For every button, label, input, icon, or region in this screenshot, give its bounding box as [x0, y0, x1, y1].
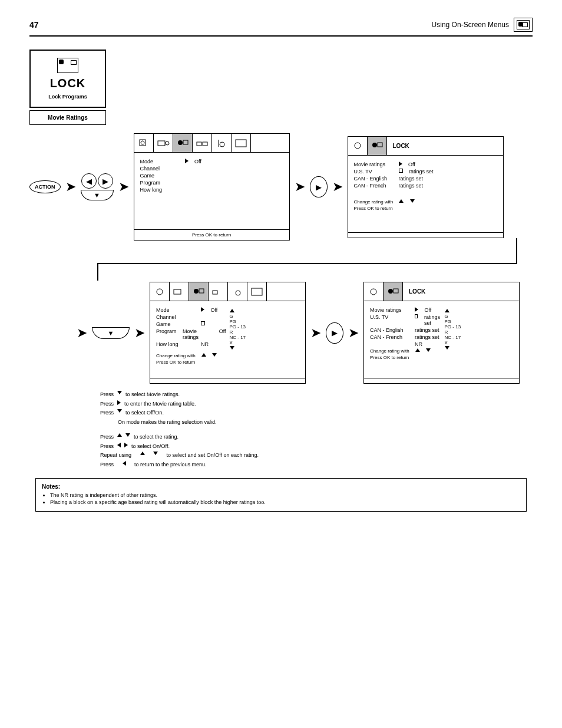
nav-left-button[interactable]: ◀	[81, 173, 97, 189]
screen-tabs	[150, 282, 305, 301]
connector-line	[516, 238, 517, 264]
tab-setup-icon	[364, 282, 384, 301]
rating-pg13: PG - 13	[445, 324, 513, 330]
left-icon	[117, 443, 121, 447]
nav-buttons-group: ◀ ▶ ▼	[81, 173, 114, 200]
svg-rect-2	[158, 141, 165, 146]
footer-return: Press OK to return	[156, 360, 195, 365]
tab-audio-icon	[228, 282, 247, 301]
up-icon	[201, 353, 206, 357]
screen-footer	[150, 378, 305, 383]
row-can-en: CAN - English	[370, 327, 412, 333]
section-badge	[514, 18, 533, 32]
row-mode: Mode	[156, 307, 199, 313]
row-ustv: U.S. TV	[370, 314, 412, 320]
screen-tabs: LOCK	[348, 137, 503, 156]
row-can-en-value: ratings set	[399, 176, 424, 182]
tab-audio-icon	[212, 134, 232, 152]
row-nr-value: NR	[201, 341, 209, 347]
row-program: Program	[156, 328, 177, 334]
svg-point-1	[141, 141, 144, 144]
instr-note1: On mode makes the rating selection valid…	[118, 419, 217, 427]
instr-4: to select the rating.	[134, 433, 178, 442]
flow-arrow-icon: ➤	[310, 327, 321, 340]
screen-tabs	[134, 134, 289, 153]
row-howlong: How long	[140, 187, 183, 193]
down-icon	[445, 346, 449, 350]
nav-right-button[interactable]: ▶	[326, 322, 343, 344]
svg-point-3	[166, 141, 169, 145]
svg-point-14	[157, 289, 163, 295]
down-icon	[410, 199, 415, 203]
note-item-1: The NR rating is independent of other ra…	[50, 492, 520, 498]
rating-nc17: NC - 17	[230, 335, 300, 340]
up-icon	[415, 348, 420, 352]
rating-x: X	[445, 340, 513, 345]
tab-timer-icon	[193, 134, 212, 152]
up-icon	[117, 433, 122, 437]
svg-rect-23	[394, 289, 398, 293]
instr-6a: Repeat using	[100, 452, 131, 460]
flow-arrow-icon: ➤	[65, 180, 76, 193]
screen-title: LOCK	[387, 137, 503, 155]
footer-change: Change rating with	[354, 199, 394, 205]
up-icon	[140, 452, 145, 455]
checkbox-icon	[201, 321, 205, 325]
header-bar: 47 Using On-Screen Menus	[29, 18, 533, 37]
row-movie-value: Off	[425, 307, 432, 313]
footer-return: Press OK to return	[354, 206, 393, 211]
nav-down-button[interactable]: ▼	[92, 327, 130, 339]
instr-3: to select Off/On.	[125, 409, 164, 417]
svg-rect-17	[199, 289, 204, 293]
checkbox-icon	[399, 169, 403, 173]
row-howlong: How long	[156, 341, 199, 347]
nav-down-button[interactable]: ▼	[81, 190, 114, 200]
right-icon	[124, 443, 128, 447]
row-movie: Movie ratings	[183, 328, 213, 340]
action-button[interactable]: ACTION	[29, 180, 61, 193]
notes-box: Notes: The NR rating is independent of o…	[35, 478, 527, 512]
tab-setup-icon	[134, 134, 154, 152]
row-can-en: CAN - English	[354, 176, 396, 182]
footer-return: Press OK to return	[370, 355, 409, 360]
rating-r: R	[230, 330, 300, 335]
svg-rect-7	[197, 142, 201, 146]
svg-point-16	[194, 289, 199, 294]
tab-setup-icon	[348, 137, 368, 155]
footer-change: Change rating with	[156, 353, 196, 358]
row-game: Game	[156, 321, 199, 327]
tab-picture-icon	[232, 134, 251, 152]
section-subtitle: Lock Programs	[48, 94, 87, 100]
checkbox-icon	[415, 314, 418, 318]
tab-lock-icon	[173, 134, 193, 152]
connector-line	[97, 264, 98, 281]
svg-point-5	[178, 140, 183, 145]
right-icon	[117, 400, 121, 405]
subsection-title: Movie Ratings	[29, 110, 106, 125]
screen-body: Mode Off Channel Game Program Movie rati…	[150, 301, 305, 378]
row-ustv: U.S. TV	[354, 169, 396, 174]
row-movie: Movie ratings	[354, 162, 396, 167]
svg-point-9	[220, 142, 224, 147]
instr-6b: to select and set On/Off on each rating.	[167, 452, 259, 460]
rating-pg: PG	[230, 319, 300, 324]
flow-arrow-icon: ➤	[134, 327, 145, 340]
nav-right-button[interactable]: ▶	[310, 176, 328, 197]
breadcrumb: Using On-Screen Menus	[432, 18, 533, 32]
row-mode: Mode	[140, 159, 183, 164]
screen-footer	[348, 232, 503, 238]
section-title-box: LOCK Lock Programs	[29, 50, 106, 108]
row-channel: Channel	[156, 314, 199, 320]
svg-point-19	[236, 291, 240, 295]
row-movie-value: Off	[408, 162, 415, 167]
page-number: 47	[29, 20, 39, 29]
arrow-right-icon	[399, 162, 402, 166]
rating-r: R	[445, 330, 513, 335]
svg-rect-18	[213, 291, 217, 294]
svg-rect-20	[252, 288, 262, 295]
tab-lock-icon	[189, 282, 209, 301]
row-can-en-value: ratings set	[415, 327, 439, 333]
screen-footer: Press OK to return	[134, 229, 289, 240]
instr-7a: Press	[100, 461, 114, 469]
nav-right-button[interactable]: ▶	[98, 173, 113, 189]
